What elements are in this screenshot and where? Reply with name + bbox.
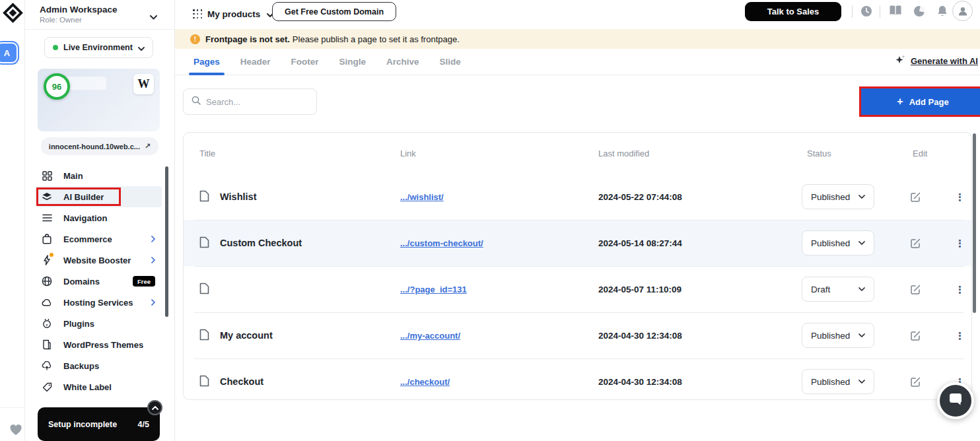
page-link[interactable]: .../?page_id=131 (400, 285, 467, 294)
tab-single[interactable]: Single (339, 49, 367, 75)
search-input[interactable] (206, 97, 308, 107)
edit-pencil-icon[interactable] (910, 330, 951, 341)
sidebar-item-hosting-services[interactable]: Hosting Services (36, 292, 162, 313)
hamburger-icon (41, 214, 53, 222)
table-row-my-account[interactable]: My account .../my-account/ 2024-04-30 12… (184, 312, 971, 358)
sidebar-item-domains[interactable]: Domains Free (36, 271, 162, 292)
globe-icon (41, 276, 53, 287)
chevron-right-icon (151, 296, 155, 308)
booster-notification-dot (50, 253, 53, 257)
table-row-untitled[interactable]: .../?page_id=131 2024-05-07 11:10:09 Dra… (184, 266, 971, 312)
plug-icon (41, 318, 53, 329)
sidebar-item-white-label[interactable]: White Label (36, 376, 162, 397)
tab-header[interactable]: Header (240, 49, 271, 75)
add-page-button[interactable]: + Add Page (861, 88, 980, 115)
topbar-divider (852, 5, 853, 18)
ai-builder-icon (41, 192, 53, 201)
generate-with-ai-link[interactable]: Generate with AI (895, 54, 978, 68)
sidebar-item-main[interactable]: Main (36, 165, 162, 186)
tab-footer[interactable]: Footer (291, 49, 319, 75)
sidebar-item-label: WordPress Themes (63, 340, 155, 350)
sidebar-scrollbar[interactable] (165, 166, 168, 317)
chevron-right-icon (151, 254, 155, 266)
column-header-link: Link (400, 149, 598, 158)
history-clock-icon[interactable] (860, 5, 873, 20)
sidebar: Admin Workspace Role: Owner Live Environ… (25, 0, 175, 441)
table-row-wishlist[interactable]: Wishlist .../wishlist/ 2024-05-22 07:44:… (184, 174, 971, 220)
page-link[interactable]: .../custom-checkout/ (400, 238, 483, 248)
pagespeed-score-badge: 96 (44, 73, 70, 100)
site-preview-card[interactable]: 96 W (38, 69, 160, 131)
docs-book-icon[interactable] (888, 5, 903, 19)
tenweb-logo-icon (2, 2, 24, 26)
sidebar-item-label: Ecommerce (63, 234, 141, 244)
sidebar-item-wordpress-themes[interactable]: WordPress Themes (36, 334, 162, 355)
edit-pencil-icon[interactable] (910, 191, 951, 203)
talk-to-sales-button[interactable]: Talk to Sales (745, 2, 841, 21)
table-row-checkout[interactable]: Checkout .../checkout/ 2024-04-30 12:34:… (184, 358, 971, 400)
sparkle-icon (895, 54, 906, 68)
tab-archive[interactable]: Archive (386, 49, 419, 75)
info-icon: ! (190, 34, 200, 44)
usage-pie-icon[interactable] (913, 5, 926, 20)
row-menu-kebab[interactable]: ⋮ (951, 282, 971, 297)
chat-bubble-icon (947, 391, 964, 410)
heart-icon[interactable] (9, 424, 22, 438)
edit-pencil-icon[interactable] (910, 284, 951, 295)
workspace-switcher[interactable]: Admin Workspace Role: Owner (25, 0, 174, 30)
status-dropdown[interactable]: Published (802, 230, 874, 255)
row-menu-kebab[interactable]: ⋮ (951, 189, 971, 205)
status-dropdown[interactable]: Published (802, 369, 874, 394)
sidebar-menu: Main AI Builder Navigation Ecommerce (25, 165, 175, 397)
app-rail: A (0, 0, 25, 441)
topbar-divider (880, 5, 880, 18)
grid-icon (41, 171, 53, 181)
shopping-bag-icon (41, 234, 53, 244)
row-menu-kebab[interactable]: ⋮ (951, 328, 971, 343)
apps-grid-icon[interactable] (193, 9, 203, 19)
edit-pencil-icon[interactable] (910, 238, 951, 249)
sidebar-item-backups[interactable]: Backups (36, 355, 162, 376)
sidebar-item-plugins[interactable]: Plugins (36, 313, 162, 334)
status-dropdown[interactable]: Published (802, 323, 874, 348)
main-area: My products Get Free Custom Domain Talk … (175, 0, 980, 441)
account-avatar-button[interactable] (952, 1, 973, 21)
environment-selector[interactable]: Live Environment (44, 37, 153, 58)
preview-ghost (65, 77, 106, 90)
page-link[interactable]: .../checkout/ (400, 377, 450, 387)
site-domain-link[interactable]: innocent-hound.10web.c... ↗ (41, 137, 158, 155)
wordpress-logo-badge: W (133, 74, 154, 94)
sidebar-item-ecommerce[interactable]: Ecommerce (36, 228, 162, 250)
page-icon (199, 375, 209, 389)
cloud-upload-icon (41, 361, 53, 370)
workspace-avatar-button[interactable]: A (0, 42, 18, 63)
status-dropdown[interactable]: Published (802, 184, 874, 209)
search-box[interactable] (183, 88, 317, 115)
page-icon (199, 329, 209, 343)
chat-widget-button[interactable] (937, 382, 974, 419)
sidebar-item-navigation[interactable]: Navigation (36, 207, 162, 228)
booster-lightning-icon (41, 255, 53, 265)
table-header-row: Title Link Last modified Status Edit (184, 133, 971, 174)
sidebar-item-ai-builder[interactable]: AI Builder (36, 186, 162, 207)
site-domain-label: innocent-hound.10web.c... (49, 143, 140, 151)
get-free-custom-domain-button[interactable]: Get Free Custom Domain (272, 2, 396, 21)
page-link[interactable]: .../wishlist/ (400, 192, 444, 202)
page-link[interactable]: .../my-account/ (400, 331, 460, 341)
setup-expand-button[interactable] (147, 400, 162, 415)
page-title: My account (220, 330, 273, 341)
table-row-custom-checkout[interactable]: Custom Checkout .../custom-checkout/ 202… (184, 220, 971, 266)
sidebar-item-label: Website Booster (63, 255, 141, 265)
rail-divider (0, 407, 25, 408)
tab-slide[interactable]: Slide (440, 49, 461, 75)
notifications-bell-icon[interactable] (936, 5, 948, 20)
my-products-dropdown[interactable]: My products (207, 8, 273, 20)
status-dropdown[interactable]: Draft (802, 277, 874, 302)
main-scrollbar[interactable] (973, 133, 976, 313)
sidebar-item-label: Backups (63, 361, 155, 371)
setup-incomplete-banner[interactable]: Setup incomplete 4/5 (38, 407, 160, 441)
sidebar-item-website-booster[interactable]: Website Booster (36, 250, 162, 271)
tag-icon (41, 382, 53, 392)
tab-pages[interactable]: Pages (193, 49, 220, 75)
row-menu-kebab[interactable]: ⋮ (951, 236, 971, 251)
